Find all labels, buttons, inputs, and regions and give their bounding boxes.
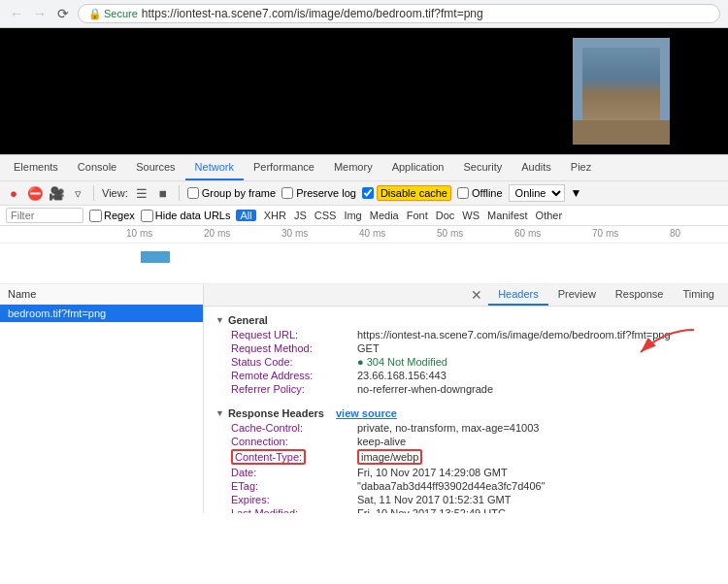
- tab-application[interactable]: Application: [382, 155, 454, 180]
- separator2: [179, 185, 180, 201]
- tab-response[interactable]: Response: [606, 284, 674, 306]
- filter-css[interactable]: CSS: [313, 210, 339, 221]
- group-by-frame-checkbox[interactable]: Group by frame: [187, 187, 276, 199]
- regex-checkbox[interactable]: Regex: [89, 210, 135, 222]
- filter-media[interactable]: Media: [368, 210, 401, 221]
- referrer-policy-val: no-referrer-when-downgrade: [357, 383, 493, 395]
- hide-data-urls-checkbox[interactable]: Hide data URLs: [141, 210, 231, 222]
- last-modified-row: Last-Modified: Fri, 10 Nov 2017 13:52:49…: [215, 506, 716, 513]
- network-list-header: Name: [0, 284, 203, 305]
- expires-val: Sat, 11 Nov 2017 01:52:31 GMT: [357, 494, 511, 505]
- detail-scroll: General Request URL: https://iontest-na.…: [204, 307, 728, 513]
- tab-sources[interactable]: Sources: [126, 155, 184, 180]
- tab-elements[interactable]: Elements: [4, 155, 68, 180]
- tab-security[interactable]: Security: [453, 155, 512, 180]
- last-modified-label: Last-Modified:: [231, 507, 357, 513]
- timeline-area: 10 ms 20 ms 30 ms 40 ms 50 ms 60 ms 70 m…: [0, 226, 728, 284]
- clear-button[interactable]: ⛔: [27, 185, 43, 201]
- filter-other[interactable]: Other: [534, 210, 565, 221]
- all-filter-button[interactable]: All: [236, 210, 255, 221]
- tab-headers[interactable]: Headers: [488, 284, 548, 306]
- content-type-label: Content-Type:: [231, 449, 357, 465]
- secure-badge: 🔒 Secure: [88, 8, 138, 20]
- devtools-tabs: Elements Console Sources Network Perform…: [0, 155, 728, 181]
- etag-label: ETag:: [231, 480, 357, 492]
- offline-checkbox[interactable]: Offline: [457, 187, 503, 199]
- date-val: Fri, 10 Nov 2017 14:29:08 GMT: [357, 467, 508, 478]
- general-section: General Request URL: https://iontest-na.…: [204, 307, 728, 400]
- preserve-log-label: Preserve log: [296, 187, 356, 199]
- tab-audits[interactable]: Audits: [512, 155, 561, 180]
- preserve-log-input[interactable]: [281, 187, 293, 199]
- disable-cache-label: Disable cache: [377, 185, 451, 201]
- tick-20ms: 20 ms: [204, 228, 281, 239]
- filter-font[interactable]: Font: [405, 210, 430, 221]
- filter-xhr[interactable]: XHR: [262, 210, 288, 221]
- connection-label: Connection:: [231, 436, 357, 447]
- filter-input[interactable]: [6, 208, 83, 223]
- view-list-button[interactable]: ☰: [134, 185, 149, 201]
- connection-row: Connection: keep-alive: [215, 435, 716, 448]
- list-item[interactable]: bedroom.tif?fmt=png: [0, 305, 203, 322]
- lock-icon: 🔒: [88, 8, 102, 20]
- filter-bar: Regex Hide data URLs All XHR JS CSS Img …: [0, 206, 728, 226]
- preserve-log-checkbox[interactable]: Preserve log: [281, 187, 356, 199]
- status-code-row: Status Code: ● 304 Not Modified: [215, 355, 716, 369]
- hide-data-urls-input[interactable]: [141, 210, 153, 222]
- reload-button[interactable]: ⟳: [54, 5, 72, 22]
- view-grid-button[interactable]: ■: [155, 185, 171, 201]
- detail-close[interactable]: ✕: [465, 287, 488, 303]
- regex-input[interactable]: [89, 210, 102, 222]
- filter-button[interactable]: ▿: [70, 185, 85, 201]
- filter-img[interactable]: Img: [342, 210, 363, 221]
- address-bar[interactable]: 🔒 Secure https://iontest-na.scene7.com/i…: [78, 4, 720, 23]
- etag-val: "dabaa7ab3d44ff93902d44ea3fc7d406": [357, 480, 546, 492]
- hide-data-urls-label: Hide data URLs: [155, 210, 231, 221]
- filter-doc[interactable]: Doc: [434, 210, 457, 221]
- list-item-name: bedroom.tif?fmt=png: [8, 308, 106, 319]
- filter-js[interactable]: JS: [292, 210, 309, 221]
- date-label: Date:: [231, 467, 357, 478]
- record-button[interactable]: ●: [6, 185, 21, 201]
- response-headers-section-header[interactable]: Response Headers view source: [215, 404, 716, 421]
- timeline-content: [0, 243, 728, 284]
- url-text: https://iontest-na.scene7.com/is/image/d…: [142, 7, 710, 20]
- remote-address-label: Remote Address:: [231, 370, 357, 381]
- chevron-down-icon: ▼: [571, 186, 582, 200]
- tab-performance[interactable]: Performance: [244, 155, 324, 180]
- tab-console[interactable]: Console: [68, 155, 126, 180]
- response-headers-view-source[interactable]: view source: [336, 407, 397, 419]
- forward-button[interactable]: →: [31, 5, 49, 22]
- content-type-highlight: Content-Type:: [231, 449, 306, 465]
- tab-network[interactable]: Network: [185, 155, 244, 180]
- back-button[interactable]: ←: [8, 5, 25, 22]
- disable-cache-checkbox[interactable]: Disable cache: [362, 185, 451, 201]
- content-type-val-highlight: image/webp: [357, 449, 422, 465]
- cache-control-label: Cache-Control:: [231, 422, 357, 434]
- offline-label: Offline: [472, 187, 503, 199]
- tick-40ms: 40 ms: [359, 228, 437, 239]
- filter-ws[interactable]: WS: [460, 210, 481, 221]
- disable-cache-input[interactable]: [362, 187, 374, 199]
- tab-timing[interactable]: Timing: [673, 284, 724, 306]
- tick-70ms: 70 ms: [592, 228, 670, 239]
- expires-label: Expires:: [231, 494, 357, 505]
- general-section-header[interactable]: General: [215, 310, 716, 328]
- tab-memory[interactable]: Memory: [324, 155, 382, 180]
- tab-preview[interactable]: Preview: [548, 284, 606, 306]
- detail-panel: ✕ Headers Preview Response Timing Genera…: [204, 284, 728, 513]
- browser-toolbar: ← → ⟳ 🔒 Secure https://iontest-na.scene7…: [0, 0, 728, 27]
- regex-label: Regex: [104, 210, 135, 221]
- camera-button[interactable]: 🎥: [49, 185, 64, 201]
- tab-piez[interactable]: Piez: [561, 155, 601, 180]
- status-code-label: Status Code:: [231, 356, 357, 368]
- offline-input[interactable]: [457, 187, 469, 199]
- filter-types: XHR JS CSS Img Media Font Doc WS Manifes…: [262, 210, 564, 221]
- group-by-frame-input[interactable]: [187, 187, 199, 199]
- timeline-bar: [141, 251, 170, 263]
- response-headers-section: Response Headers view source Cache-Contr…: [204, 400, 728, 513]
- view-label: View:: [102, 187, 128, 199]
- throttle-select[interactable]: Online: [509, 184, 565, 202]
- remote-address-val: 23.66.168.156:443: [357, 370, 447, 381]
- filter-manifest[interactable]: Manifest: [485, 210, 530, 221]
